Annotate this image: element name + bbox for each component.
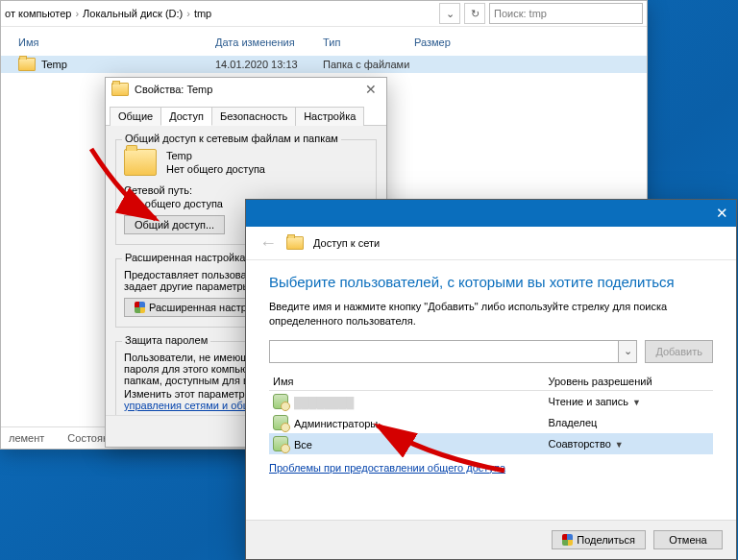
user-combobox[interactable]: ⌄ [269,340,637,363]
breadcrumb-part[interactable]: от компьютер [5,8,71,19]
tab-general[interactable]: Общие [110,107,161,126]
breadcrumb-part[interactable]: tmp [194,8,211,19]
permission-selector[interactable]: Соавторство▼ [544,433,713,454]
folder-icon [286,236,304,250]
folder-icon [18,58,36,71]
file-date: 14.01.2020 13:13 [215,59,323,70]
share-state: Нет общего доступа [166,163,265,175]
share-heading: Выберите пользователей, с которыми вы хо… [269,274,713,290]
file-name: Temp [41,59,67,70]
file-type: Папка с файлами [323,59,414,70]
permission-selector[interactable]: Чтение и запись▼ [544,390,713,412]
col-name[interactable]: Имя [18,33,215,52]
add-button[interactable]: Добавить [645,340,713,363]
refresh-icon[interactable]: ↻ [464,3,485,24]
close-icon[interactable]: ✕ [716,205,728,222]
folder-icon [111,83,129,96]
tabstrip: Общие Доступ Безопасность Настройка [106,101,386,126]
chevron-down-icon[interactable]: ⌄ [618,341,636,362]
share-submit-button[interactable]: Поделиться [552,530,646,549]
col-date[interactable]: Дата изменения [215,33,323,52]
col-permissions[interactable]: Уровень разрешений [544,373,713,391]
user-name: ████████ [294,397,354,408]
folder-icon [124,149,157,176]
share-user-table: Имя Уровень разрешений ████████Чтение и … [269,373,713,454]
properties-titlebar[interactable]: Свойства: Temp ✕ [106,78,386,101]
explorer-address-bar: от компьютер› Локальный диск (D:)› tmp ⌄… [1,1,647,27]
tab-customize[interactable]: Настройка [295,107,364,126]
breadcrumb-part[interactable]: Локальный диск (D:) [83,8,183,19]
col-name[interactable]: Имя [269,373,544,391]
table-row[interactable]: АдминистраторыВладелец [269,412,713,433]
share-titlebar[interactable]: ✕ [246,200,736,227]
breadcrumb[interactable]: от компьютер› Локальный диск (D:)› tmp [5,8,435,19]
user-icon [273,415,288,430]
folder-name: Temp [166,150,265,161]
search-input[interactable]: Поиск: tmp [489,3,643,24]
table-row[interactable]: ████████Чтение и запись▼ [269,390,713,412]
user-name: Все [294,439,312,450]
close-icon[interactable]: ✕ [361,82,381,97]
explorer-column-headers: Имя Дата изменения Тип Размер [1,27,647,56]
network-share-dialog: ✕ ← Доступ к сети Выберите пользователей… [245,199,737,560]
user-icon [273,436,288,451]
table-row[interactable]: ВсеСоавторство▼ [269,433,713,454]
shield-icon [135,302,145,313]
col-size[interactable]: Размер [414,33,491,52]
troubleshoot-link[interactable]: Проблемы при предоставлении общего досту… [269,462,505,474]
shield-icon [562,534,573,546]
cancel-button[interactable]: Отмена [653,530,723,549]
window-title: Свойства: Temp [135,84,212,95]
share-hint: Введите имя и нажмите кнопку "Добавить" … [269,300,713,329]
table-row[interactable]: Temp 14.01.2020 13:13 Папка с файлами [1,56,647,73]
share-button[interactable]: Общий доступ... [124,215,225,234]
chevron-down-icon[interactable]: ⌄ [439,3,460,24]
user-name: Администраторы [294,418,378,429]
col-type[interactable]: Тип [323,33,414,52]
back-icon[interactable]: ← [259,233,277,254]
share-breadcrumb: ← Доступ к сети [246,227,736,260]
tab-security[interactable]: Безопасность [211,107,296,126]
permission-selector: Владелец [544,412,713,433]
user-icon [273,394,288,409]
tab-sharing[interactable]: Доступ [160,107,212,126]
